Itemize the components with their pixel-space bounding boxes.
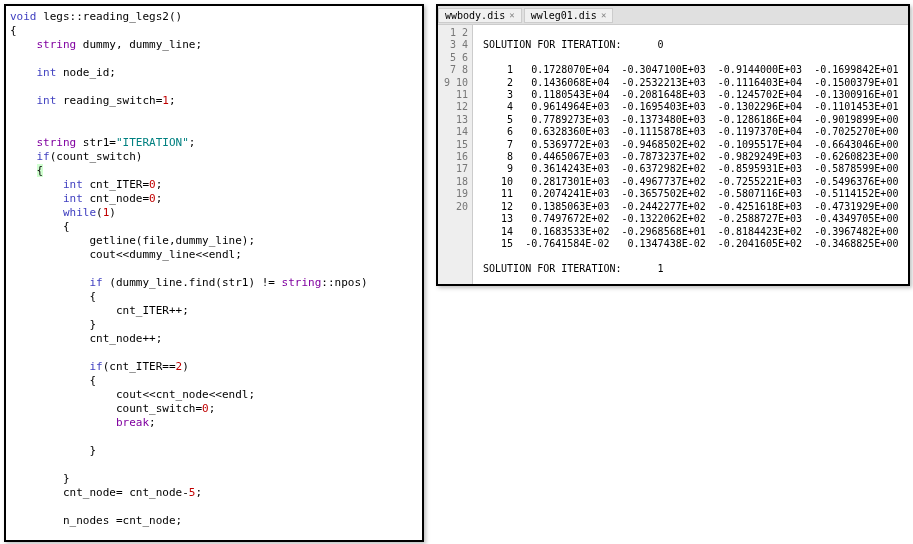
tab-bar: wwbody.dis ✕ wwleg01.dis ✕: [438, 6, 908, 25]
code-content[interactable]: void legs::reading_legs2() { string dumm…: [6, 6, 422, 542]
code-editor-panel: void legs::reading_legs2() { string dumm…: [4, 4, 424, 542]
tab-wwleg01[interactable]: wwleg01.dis ✕: [524, 8, 614, 23]
line-gutter: 1 2 3 4 5 6 7 8 9 10 11 12 13 14 15 16 1…: [438, 25, 473, 285]
data-viewer-panel: wwbody.dis ✕ wwleg01.dis ✕ 1 2 3 4 5 6 7…: [436, 4, 910, 286]
data-view: 1 2 3 4 5 6 7 8 9 10 11 12 13 14 15 16 1…: [438, 25, 908, 285]
data-content[interactable]: SOLUTION FOR ITERATION: 0 1 0.1728070E+0…: [473, 25, 908, 285]
close-icon[interactable]: ✕: [601, 10, 606, 20]
tab-label: wwbody.dis: [445, 10, 505, 21]
close-icon[interactable]: ✕: [509, 10, 514, 20]
tab-label: wwleg01.dis: [531, 10, 597, 21]
tab-wwbody[interactable]: wwbody.dis ✕: [438, 8, 522, 23]
